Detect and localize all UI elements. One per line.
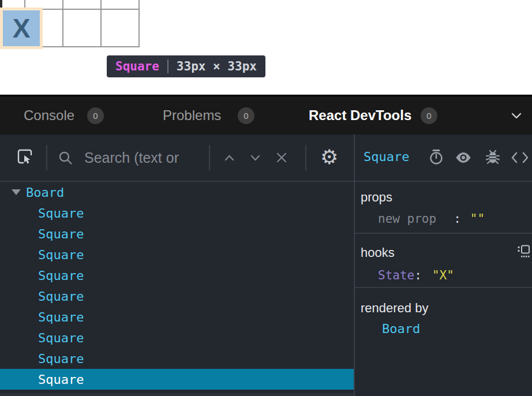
selected-component-name: Square <box>364 150 409 164</box>
board-square-x[interactable]: X <box>3 10 40 46</box>
tree-row-label: Square <box>38 206 84 221</box>
highlight-padding-overlay: X <box>0 8 43 49</box>
board-grid-line <box>100 0 102 47</box>
tree-row-label: Square <box>38 372 84 387</box>
tree-row-square[interactable]: Square <box>0 286 354 307</box>
square-value: X <box>13 13 31 44</box>
tab-react-devtools[interactable]: React DevTools <box>309 96 411 135</box>
suspend-timer-icon[interactable] <box>428 149 444 165</box>
tree-row-square-selected[interactable]: Square <box>0 369 354 390</box>
new-prop-value-field[interactable]: "" <box>470 212 485 226</box>
tab-console[interactable]: Console <box>24 96 74 135</box>
new-prop-row: new prop:"" <box>378 212 485 226</box>
tree-row-board[interactable]: Board <box>0 182 354 203</box>
props-section-title: props <box>361 190 392 205</box>
tree-row-label: Square <box>38 227 84 241</box>
tree-row-label: Board <box>26 185 64 200</box>
toolbar-divider <box>305 145 306 170</box>
devtools-window: X Square 33px × 33px Console 0 Problems … <box>0 0 532 396</box>
tree-row-label: Square <box>38 248 84 262</box>
view-source-code-icon[interactable] <box>511 151 529 165</box>
colon: : <box>454 212 461 226</box>
inspect-element-icon[interactable] <box>17 148 34 166</box>
rendered-by-section: rendered by Board <box>355 289 532 396</box>
tree-row-label: Square <box>38 352 84 366</box>
state-hook-value[interactable]: "X" <box>432 268 454 282</box>
tree-row-square[interactable]: Square <box>0 203 354 223</box>
hooks-section: hooks State:"X" <box>355 235 532 288</box>
inspect-dom-eye-icon[interactable] <box>455 150 472 165</box>
clear-search-x-icon[interactable] <box>275 151 288 164</box>
tab-problems[interactable]: Problems <box>163 96 221 135</box>
toolbar-divider <box>209 145 210 170</box>
element-tooltip: Square 33px × 33px <box>107 55 265 77</box>
tree-row-square[interactable]: Square <box>0 265 354 286</box>
tree-row-label: Square <box>38 310 84 324</box>
tree-row-square[interactable]: Square <box>0 327 354 348</box>
react-devtools-count-badge: 0 <box>421 107 437 124</box>
tree-row-square[interactable]: Square <box>0 307 354 327</box>
settings-gear-icon[interactable]: ⚙︎ <box>320 147 338 167</box>
problems-count-badge: 0 <box>238 107 254 124</box>
tooltip-dimensions: 33px × 33px <box>177 59 257 73</box>
toolbar-divider <box>46 145 47 170</box>
devtools-tab-bar: Console 0 Problems 0 React DevTools 0 <box>0 96 532 135</box>
tree-row-square[interactable]: Square <box>0 244 354 265</box>
collapse-panel-chevron-icon[interactable] <box>509 108 524 123</box>
state-hook-row: State:"X" <box>378 268 454 282</box>
rendered-by-title: rendered by <box>361 301 428 316</box>
rendered-by-board-link[interactable]: Board <box>382 322 420 336</box>
log-data-bug-icon[interactable] <box>485 149 501 165</box>
new-prop-name-field[interactable]: new prop <box>378 212 436 226</box>
tree-bottom-scrollbar-track[interactable] <box>0 393 354 396</box>
state-hook-name: State <box>378 268 414 282</box>
previous-result-chevron-up-icon[interactable] <box>223 152 235 164</box>
tooltip-separator <box>167 59 168 73</box>
expand-collapse-triangle-icon[interactable] <box>12 189 21 195</box>
tree-row-label: Square <box>38 289 84 304</box>
tree-row-square[interactable]: Square <box>0 348 354 369</box>
parse-hook-names-icon[interactable] <box>516 244 531 259</box>
tooltip-component-name: Square <box>115 59 159 73</box>
inspected-page: X Square 33px × 33px <box>0 0 532 95</box>
tree-row-label: Square <box>38 268 84 283</box>
next-result-chevron-down-icon[interactable] <box>249 152 261 164</box>
console-count-badge: 0 <box>87 107 104 124</box>
colon: : <box>414 268 422 282</box>
hooks-section-title: hooks <box>361 245 395 260</box>
props-section: props new prop:"" <box>355 182 532 234</box>
board-grid-line <box>138 0 140 47</box>
board-grid-line <box>62 0 63 47</box>
tree-row-square[interactable]: Square <box>0 223 354 244</box>
component-tree: Board Square Square Square Square Square… <box>0 182 354 390</box>
tree-row-label: Square <box>38 331 84 345</box>
search-input[interactable] <box>84 145 207 170</box>
search-icon <box>58 150 73 166</box>
